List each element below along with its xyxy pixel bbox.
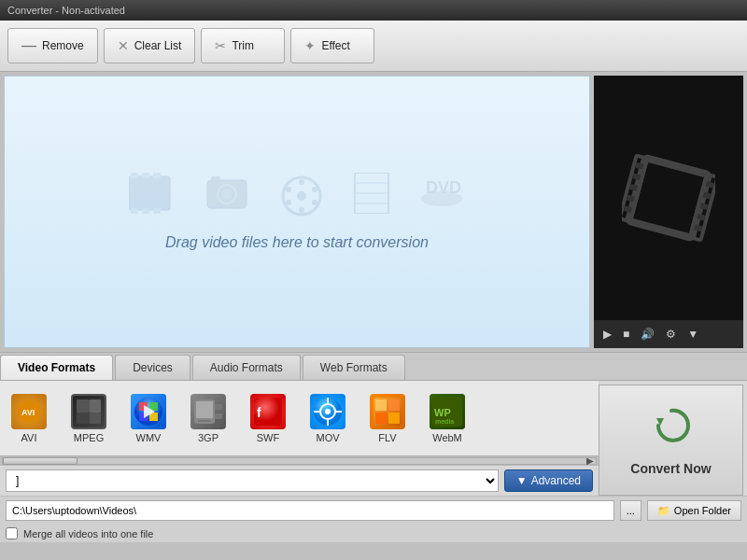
svg-point-13 bbox=[299, 179, 304, 185]
format-item-webm[interactable]: WP media WebM bbox=[424, 394, 471, 443]
svg-rect-52 bbox=[196, 401, 213, 418]
tab-video-formats[interactable]: Video Formats bbox=[0, 355, 113, 380]
tab-devices[interactable]: Devices bbox=[115, 355, 190, 380]
format-area: Video Formats Devices Audio Formats Web … bbox=[0, 352, 747, 542]
format-item-avi[interactable]: AVI AVI bbox=[6, 394, 52, 443]
trim-button[interactable]: ✂ Trim bbox=[201, 28, 285, 63]
browse-button[interactable]: ... bbox=[620, 500, 641, 521]
svg-rect-66 bbox=[375, 399, 387, 411]
main-area: DVD Drag video files here to start conve… bbox=[0, 72, 747, 352]
effect-icon: ✦ bbox=[304, 38, 316, 53]
open-folder-button[interactable]: 📁 Open Folder bbox=[647, 500, 741, 521]
tab-audio-formats[interactable]: Audio Formats bbox=[192, 355, 301, 380]
clear-list-button[interactable]: ✕ Clear List bbox=[104, 28, 196, 63]
format-icons-row: AVI AVI bbox=[0, 381, 599, 455]
svg-text:media: media bbox=[435, 418, 454, 425]
svg-rect-0 bbox=[129, 176, 170, 210]
title-bar: Converter - Non-activated bbox=[0, 0, 747, 21]
3gp-label: 3GP bbox=[198, 432, 218, 443]
avi-icon: AVI bbox=[11, 394, 47, 429]
advanced-label: Advanced bbox=[531, 474, 581, 487]
output-format-select[interactable]: ] bbox=[6, 469, 499, 492]
remove-button[interactable]: — Remove bbox=[7, 28, 98, 63]
preview-controls: ▶ ■ 🔊 ⚙ ▼ bbox=[594, 320, 743, 348]
trim-label: Trim bbox=[232, 39, 254, 52]
trim-icon: ✂ bbox=[215, 38, 226, 53]
drop-zone-text: Drag video files here to start conversio… bbox=[165, 234, 429, 251]
format-item-3gp[interactable]: 3GP bbox=[185, 394, 232, 443]
stop-button[interactable]: ■ bbox=[619, 326, 633, 343]
svg-rect-3 bbox=[153, 173, 161, 178]
svg-rect-41 bbox=[77, 399, 90, 413]
svg-rect-68 bbox=[375, 413, 387, 424]
remove-label: Remove bbox=[42, 39, 84, 52]
drop-zone-icons: DVD bbox=[129, 173, 465, 219]
svg-rect-6 bbox=[153, 208, 161, 214]
mpeg-label: MPEG bbox=[74, 432, 104, 443]
advanced-button[interactable]: ▼ Advanced bbox=[504, 469, 593, 492]
svg-rect-67 bbox=[388, 399, 400, 411]
svg-rect-53 bbox=[215, 404, 222, 410]
scrollbar-thumb[interactable] bbox=[3, 457, 78, 465]
mov-icon bbox=[310, 394, 345, 429]
convert-now-label: Convert Now bbox=[630, 461, 711, 476]
svg-point-14 bbox=[299, 207, 304, 213]
svg-rect-10 bbox=[211, 176, 220, 182]
svg-text:AVI: AVI bbox=[21, 408, 35, 417]
svg-point-60 bbox=[325, 409, 331, 414]
toolbar: — Remove ✕ Clear List ✂ Trim ✦ Effect bbox=[0, 21, 747, 72]
output-row: ] ▼ Advanced bbox=[0, 465, 599, 496]
merge-checkbox[interactable] bbox=[6, 527, 18, 539]
mov-label: MOV bbox=[316, 432, 339, 443]
svg-text:f: f bbox=[257, 405, 261, 420]
format-item-mov[interactable]: MOV bbox=[304, 394, 351, 443]
play-button[interactable]: ▶ bbox=[599, 326, 615, 343]
format-item-mpeg[interactable]: MPEG bbox=[65, 394, 112, 443]
volume-button[interactable]: 🔊 bbox=[637, 326, 658, 343]
browse-label: ... bbox=[627, 505, 635, 516]
merge-row: Merge all videos into one file bbox=[0, 525, 747, 542]
advanced-icon: ▼ bbox=[516, 474, 528, 487]
svg-rect-54 bbox=[215, 413, 222, 419]
open-folder-label: Open Folder bbox=[674, 505, 731, 516]
avi-label: AVI bbox=[21, 432, 37, 443]
svg-rect-5 bbox=[142, 208, 149, 214]
svg-rect-4 bbox=[131, 208, 138, 214]
svg-text:DVD: DVD bbox=[426, 178, 461, 197]
svg-point-17 bbox=[286, 200, 291, 205]
flv-label: FLV bbox=[378, 432, 396, 443]
format-item-wmv[interactable]: WMV bbox=[125, 394, 172, 443]
format-item-swf[interactable]: f SWF bbox=[245, 394, 291, 443]
format-item-flv[interactable]: FLV bbox=[364, 394, 411, 443]
title-text: Converter - Non-activated bbox=[7, 5, 125, 16]
convert-icon bbox=[651, 405, 692, 454]
tab-video-formats-label: Video Formats bbox=[18, 361, 95, 374]
svg-point-16 bbox=[312, 187, 317, 192]
more-button[interactable]: ▼ bbox=[684, 326, 702, 343]
effect-button[interactable]: ✦ Effect bbox=[290, 28, 374, 63]
remove-icon: — bbox=[21, 37, 36, 54]
webm-icon: WP media bbox=[430, 394, 465, 429]
path-row: ... 📁 Open Folder bbox=[0, 496, 747, 525]
swf-label: SWF bbox=[257, 432, 279, 443]
preview-video bbox=[594, 76, 743, 320]
svg-point-9 bbox=[221, 189, 233, 200]
folder-icon: 📁 bbox=[657, 505, 670, 517]
scroll-arrow-right[interactable]: ▶ bbox=[585, 455, 596, 466]
path-input[interactable] bbox=[6, 500, 614, 521]
tab-audio-formats-label: Audio Formats bbox=[210, 361, 283, 374]
merge-label: Merge all videos into one file bbox=[23, 528, 153, 539]
tab-web-formats[interactable]: Web Formats bbox=[303, 355, 405, 380]
svg-point-15 bbox=[286, 187, 291, 192]
svg-rect-42 bbox=[90, 399, 101, 413]
webm-label: WebM bbox=[432, 432, 462, 443]
svg-rect-55 bbox=[198, 420, 211, 422]
clear-list-icon: ✕ bbox=[118, 38, 129, 53]
flv-icon bbox=[370, 394, 405, 429]
settings-button[interactable]: ⚙ bbox=[662, 326, 680, 343]
svg-text:WP: WP bbox=[434, 407, 451, 418]
format-scrollbar[interactable]: ▶ bbox=[0, 455, 599, 465]
drop-zone[interactable]: DVD Drag video files here to start conve… bbox=[4, 76, 590, 348]
wmv-icon bbox=[131, 394, 166, 429]
svg-rect-44 bbox=[90, 413, 101, 424]
